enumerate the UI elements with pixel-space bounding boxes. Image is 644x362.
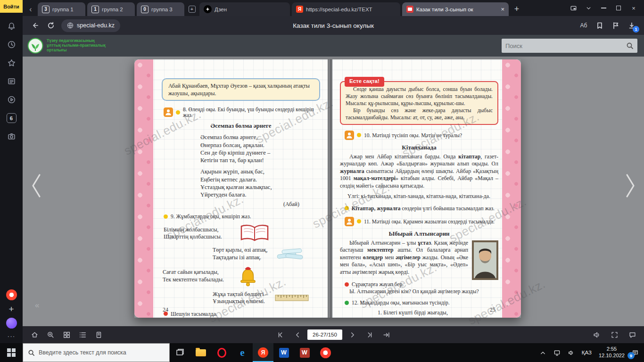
- logo-line-3: орталығы: [47, 48, 106, 53]
- bookmark-icon[interactable]: [592, 18, 607, 33]
- hidden-icons-chevron[interactable]: [536, 343, 550, 362]
- proverb-block: 1. Білегі күшті бірді жығады, Білімі күш…: [378, 309, 498, 318]
- site-search-input[interactable]: [505, 42, 626, 49]
- more-options-icon[interactable]: ···: [8, 333, 16, 339]
- notifications-bell-icon[interactable]: [1, 17, 22, 35]
- explorer-folder-icon[interactable]: [190, 343, 211, 362]
- opera-icon[interactable]: [211, 343, 232, 362]
- new-tab-button[interactable]: +: [511, 2, 523, 16]
- go-to-page-icon[interactable]: [379, 328, 393, 342]
- downloads-button[interactable]: 1: [624, 18, 639, 33]
- video-play-icon[interactable]: [1, 91, 22, 108]
- last-page-icon[interactable]: [362, 328, 376, 342]
- alice-assistant-icon[interactable]: [6, 318, 17, 329]
- reload-button[interactable]: [43, 18, 58, 33]
- screenshot-camera-icon[interactable]: [1, 128, 22, 145]
- poem-author: (Абай): [162, 201, 299, 208]
- intro-box: Абай Құнанбаев, Мұхтар Әуезов – қазақ ха…: [162, 78, 320, 101]
- green-dot-icon: [345, 301, 349, 305]
- poem-stanza-1: Әсемпаз болма әрнеге, Өнерпаз болсаң, ар…: [200, 133, 320, 164]
- next-spread-arrow[interactable]: [623, 172, 637, 200]
- thumbnails-grid-icon[interactable]: [59, 328, 74, 342]
- notifications-button[interactable]: 9: [628, 343, 642, 362]
- date-text: 12.10.2022: [599, 353, 625, 359]
- collapse-arrows-icon[interactable]: «: [35, 301, 39, 310]
- previous-page-icon[interactable]: [290, 328, 305, 342]
- questions-note: Сұрақтарға жауап бер.: [345, 281, 468, 287]
- yandex-favicon: Я: [296, 6, 303, 13]
- site-logo[interactable]: Түзеу педагогикасының ұлттық ғылыми-прак…: [27, 38, 106, 54]
- yandex-browser-icon[interactable]: [315, 343, 336, 362]
- home-icon[interactable]: [27, 328, 41, 342]
- tab-dzen[interactable]: Дзен: [199, 2, 290, 16]
- yandex-logo-icon[interactable]: [6, 289, 17, 300]
- tab-group-badge: 3: [42, 6, 50, 13]
- collections-icon[interactable]: [608, 18, 623, 33]
- altynsarin-portrait-image: [472, 240, 498, 280]
- exercise-12-task: 12. Мақалдарды оқы, мағынасын түсіндір.: [345, 300, 498, 305]
- first-page-icon[interactable]: [273, 328, 288, 342]
- edge-icon[interactable]: e: [232, 343, 253, 362]
- zoom-icon[interactable]: [43, 328, 58, 342]
- viewer-toolbar: 26-27/150: [23, 326, 644, 343]
- volume-icon[interactable]: [564, 343, 578, 362]
- clock[interactable]: 2:55 12.10.2022: [595, 343, 628, 362]
- maximize-button[interactable]: [611, 0, 626, 16]
- word-alt-icon[interactable]: W: [294, 343, 315, 362]
- address-text: special-edu.kz: [77, 22, 115, 29]
- word-icon[interactable]: W: [273, 343, 294, 362]
- language-indicator[interactable]: ҚАЗ: [578, 343, 595, 362]
- remember-box-title: Есте сақта!: [345, 77, 384, 87]
- book-page-24: Абай Құнанбаев, Мұхтар Әуезов – қазақ ха…: [134, 59, 328, 318]
- task-view-button[interactable]: [170, 343, 190, 362]
- page-indicator[interactable]: 26-27/150: [307, 329, 342, 340]
- page-view-icon[interactable]: [91, 328, 106, 342]
- back-button[interactable]: [27, 18, 42, 33]
- close-window-button[interactable]: ×: [626, 0, 641, 16]
- task-text: 11. Мәтінді оқы. Қарамен жазылған сөздер…: [364, 219, 495, 224]
- taskbar-search-input[interactable]: [39, 349, 165, 356]
- address-bar[interactable]: special-edu.kz: [61, 19, 120, 32]
- tab-group-2[interactable]: 1 группа 2: [87, 2, 135, 16]
- login-button[interactable]: Войти: [0, 0, 23, 13]
- story-text: Ажар мен Айбар кітапханаға барды. Онда к…: [340, 153, 498, 190]
- new-group-tab-button[interactable]: +: [186, 2, 198, 16]
- tab-scroll-left-icon[interactable]: ‹: [25, 2, 36, 16]
- translate-icon[interactable]: Аб: [576, 18, 591, 33]
- proverb-line: 1. Білегі күшті бірді жығады,: [378, 309, 498, 316]
- tab-active[interactable]: Казак тили 3-сынып ок ×: [402, 2, 509, 16]
- tab-group-1[interactable]: 3 группа 1: [38, 2, 85, 16]
- previous-spread-arrow[interactable]: [29, 172, 43, 200]
- pip-icon[interactable]: [566, 0, 581, 16]
- yandex-search-icon[interactable]: Я: [253, 343, 273, 362]
- start-button[interactable]: [0, 343, 23, 362]
- comment-icon[interactable]: [625, 328, 639, 342]
- tab-group-3[interactable]: 0 группа 3: [137, 2, 184, 16]
- page-25-content: Есте сақта! Сөзде қанша дауысты дыбыс бо…: [340, 59, 498, 318]
- maximize-icon: [616, 6, 621, 10]
- feed-icon[interactable]: [1, 73, 22, 90]
- tab-url[interactable]: Я https://special-edu.kz/TEXT: [292, 2, 400, 16]
- exercise-10-note: Кітаптар, журналға сөздерін үлгі бойынша…: [345, 206, 498, 211]
- counter-tile[interactable]: 6: [1, 109, 22, 127]
- fullscreen-icon[interactable]: [607, 328, 621, 342]
- sound-icon[interactable]: [589, 328, 603, 342]
- close-tab-icon[interactable]: ×: [501, 6, 504, 12]
- exercise-9-task: 9. Жұмбақтарды оқы, көшіріп жаз.: [164, 214, 320, 219]
- add-icon[interactable]: +: [8, 304, 14, 313]
- site-info-icon: [67, 22, 74, 29]
- list-view-icon[interactable]: [75, 328, 90, 342]
- minimize-button[interactable]: [596, 0, 611, 16]
- next-page-icon[interactable]: [345, 328, 359, 342]
- tab-label: https://special-edu.kz/TEXT: [306, 7, 396, 12]
- history-clock-icon[interactable]: [1, 36, 22, 53]
- sidebar-counter-badge: 6: [7, 113, 17, 123]
- network-icon[interactable]: [550, 343, 564, 362]
- taskbar-search[interactable]: [23, 343, 170, 362]
- site-search[interactable]: [502, 39, 637, 53]
- dzen-icon: [204, 5, 212, 13]
- bookmarks-star-icon[interactable]: [1, 54, 22, 72]
- tab-search-icon[interactable]: [581, 0, 596, 16]
- exercise-8-task: 8. Өлеңді оқы. Екі буынды, үш буынды сөз…: [164, 107, 320, 118]
- windows-taskbar: e Я W W ҚАЗ 2:55 12.10.2022 9: [0, 343, 644, 362]
